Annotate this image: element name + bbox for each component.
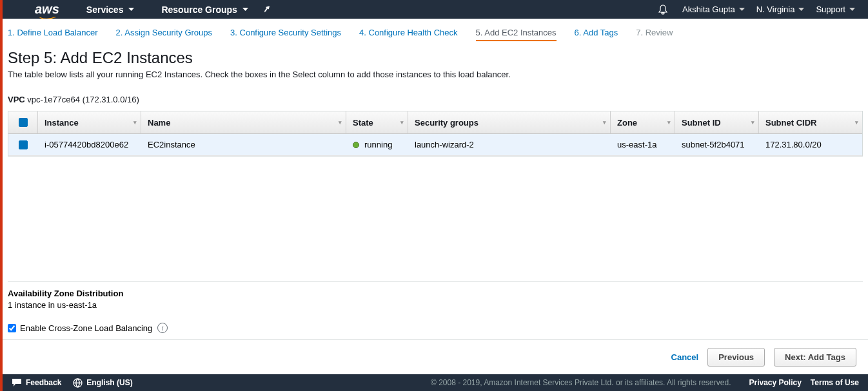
col-instance[interactable]: Instance▾ bbox=[38, 111, 141, 133]
previous-button[interactable]: Previous bbox=[707, 348, 765, 367]
sort-icon[interactable]: ▾ bbox=[855, 119, 858, 126]
button-row: Cancel Previous Next: Add Tags bbox=[3, 339, 868, 374]
col-state-label: State bbox=[353, 118, 373, 128]
step-review: 7. Review bbox=[636, 28, 673, 41]
copyright: © 2008 - 2019, Amazon Internet Services … bbox=[431, 378, 731, 387]
cross-zone-checkbox[interactable] bbox=[8, 324, 16, 332]
table-row[interactable]: i-05774420bd8200e62 EC2instance running … bbox=[8, 134, 862, 156]
col-instance-label: Instance bbox=[44, 118, 79, 128]
cross-zone-row: Enable Cross-Zone Load Balancing i bbox=[3, 316, 868, 339]
vpc-value: vpc-1e77ce64 (172.31.0.0/16) bbox=[27, 95, 139, 104]
step-define-lb[interactable]: 1. Define Load Balancer bbox=[8, 28, 97, 41]
feedback-label: Feedback bbox=[26, 378, 61, 387]
select-all-cell[interactable] bbox=[8, 111, 38, 133]
col-zone-label: Zone bbox=[617, 118, 637, 128]
col-cidr-label: Subnet CIDR bbox=[765, 118, 816, 128]
resource-groups-label: Resource Groups bbox=[161, 5, 237, 15]
language-selector[interactable]: English (US) bbox=[73, 378, 132, 388]
step-assign-sg[interactable]: 2. Assign Security Groups bbox=[115, 28, 212, 41]
privacy-link[interactable]: Privacy Policy bbox=[749, 378, 801, 387]
col-name-label: Name bbox=[148, 118, 170, 128]
col-state[interactable]: State▾ bbox=[346, 111, 408, 133]
page-header: Step 5: Add EC2 Instances The table belo… bbox=[3, 46, 868, 90]
spacer bbox=[3, 157, 868, 281]
step-add-tags[interactable]: 6. Add Tags bbox=[575, 28, 618, 41]
sort-icon[interactable]: ▾ bbox=[603, 119, 606, 126]
cross-zone-label: Enable Cross-Zone Load Balancing bbox=[20, 323, 152, 333]
row-subnet: subnet-5f2b4071 bbox=[675, 134, 759, 155]
caret-down-icon bbox=[849, 8, 855, 12]
row-zone: us-east-1a bbox=[611, 134, 675, 155]
speech-bubble-icon bbox=[12, 378, 22, 387]
support-menu[interactable]: Support bbox=[816, 5, 855, 14]
feedback-link[interactable]: Feedback bbox=[12, 378, 61, 387]
footer: Feedback English (US) © 2008 - 2019, Ama… bbox=[3, 374, 868, 391]
pin-icon[interactable] bbox=[262, 5, 271, 14]
left-accent-bar bbox=[0, 0, 3, 391]
globe-icon bbox=[73, 378, 83, 388]
region-menu[interactable]: N. Virginia bbox=[756, 5, 805, 14]
row-state: running bbox=[346, 134, 408, 155]
services-menu[interactable]: Services bbox=[86, 5, 135, 15]
topbar: aws Services Resource Groups Akshita Gup… bbox=[3, 0, 868, 19]
select-all-checkbox[interactable] bbox=[19, 118, 28, 127]
row-sg: launch-wizard-2 bbox=[408, 134, 611, 155]
notifications-icon[interactable] bbox=[658, 5, 668, 15]
table-header: Instance▾ Name▾ State▾ Security groups▾ … bbox=[8, 111, 862, 134]
row-instance: i-05774420bd8200e62 bbox=[38, 134, 141, 155]
caret-down-icon bbox=[128, 8, 134, 12]
sort-icon[interactable]: ▾ bbox=[400, 119, 404, 126]
row-checkbox[interactable] bbox=[19, 140, 28, 149]
aws-logo-text: aws bbox=[35, 2, 59, 16]
col-subnet[interactable]: Subnet ID▾ bbox=[675, 111, 759, 133]
state-running-icon bbox=[353, 142, 359, 148]
sort-icon[interactable]: ▾ bbox=[339, 119, 342, 126]
col-sg[interactable]: Security groups▾ bbox=[408, 111, 611, 133]
col-sg-label: Security groups bbox=[415, 118, 478, 128]
info-icon[interactable]: i bbox=[157, 323, 168, 333]
col-zone[interactable]: Zone▾ bbox=[611, 111, 675, 133]
user-label: Akshita Gupta bbox=[682, 5, 735, 14]
instances-table: Instance▾ Name▾ State▾ Security groups▾ … bbox=[8, 111, 863, 157]
az-distribution: Availability Zone Distribution 1 instanc… bbox=[3, 282, 868, 316]
resource-groups-menu[interactable]: Resource Groups bbox=[161, 5, 248, 15]
caret-down-icon bbox=[798, 8, 804, 12]
caret-down-icon bbox=[739, 8, 745, 12]
terms-link[interactable]: Terms of Use bbox=[811, 378, 859, 387]
row-select-cell[interactable] bbox=[8, 134, 38, 155]
step-config-security[interactable]: 3. Configure Security Settings bbox=[230, 28, 341, 41]
sort-icon[interactable]: ▾ bbox=[751, 119, 755, 126]
aws-logo[interactable]: aws bbox=[35, 2, 59, 17]
az-heading: Availability Zone Distribution bbox=[8, 289, 123, 298]
support-label: Support bbox=[816, 5, 845, 14]
page-desc: The table below lists all your running E… bbox=[8, 70, 863, 79]
cancel-button[interactable]: Cancel bbox=[671, 352, 699, 362]
region-label: N. Virginia bbox=[756, 5, 795, 14]
step-add-ec2[interactable]: 5. Add EC2 Instances bbox=[476, 28, 557, 41]
row-state-text: running bbox=[364, 140, 392, 149]
col-subnet-label: Subnet ID bbox=[682, 118, 721, 128]
az-text: 1 instance in us-east-1a bbox=[8, 300, 863, 310]
sort-icon[interactable]: ▾ bbox=[667, 119, 671, 126]
services-label: Services bbox=[86, 5, 124, 15]
wizard-steps: 1. Define Load Balancer 2. Assign Securi… bbox=[3, 19, 868, 46]
topbar-right: Akshita Gupta N. Virginia Support bbox=[646, 5, 855, 15]
main: 1. Define Load Balancer 2. Assign Securi… bbox=[3, 19, 868, 374]
step-health-check[interactable]: 4. Configure Health Check bbox=[359, 28, 457, 41]
row-cidr: 172.31.80.0/20 bbox=[759, 134, 862, 155]
sort-icon[interactable]: ▾ bbox=[133, 119, 137, 126]
col-cidr[interactable]: Subnet CIDR▾ bbox=[759, 111, 862, 133]
page-title: Step 5: Add EC2 Instances bbox=[8, 49, 863, 67]
row-name: EC2instance bbox=[141, 134, 346, 155]
col-name[interactable]: Name▾ bbox=[141, 111, 346, 133]
next-button[interactable]: Next: Add Tags bbox=[774, 348, 856, 367]
vpc-label: VPC bbox=[8, 95, 25, 104]
user-menu[interactable]: Akshita Gupta bbox=[682, 5, 745, 14]
language-label: English (US) bbox=[86, 378, 132, 387]
vpc-info: VPC vpc-1e77ce64 (172.31.0.0/16) bbox=[8, 95, 868, 104]
caret-down-icon bbox=[242, 8, 248, 12]
footer-left: Feedback English (US) bbox=[12, 378, 133, 388]
